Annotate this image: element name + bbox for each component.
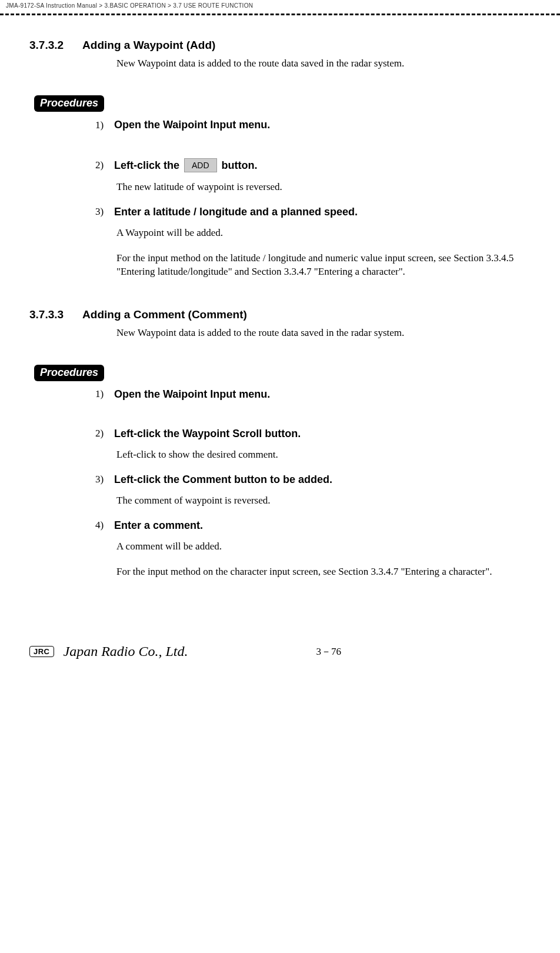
jrc-logo: JRC <box>29 646 54 657</box>
step-text: Open the Waipoint Input menu. <box>114 388 270 401</box>
breadcrumb-sep: > <box>168 2 171 9</box>
step-body: The new latitude of waypoint is reversed… <box>116 181 531 194</box>
breadcrumb-sep: > <box>99 2 102 9</box>
step-number: 1) <box>95 119 114 131</box>
step-text: Enter a latitude / longitude and a plann… <box>114 206 358 218</box>
footer: JRC Japan Radio Co., Ltd. 3－76 <box>0 644 560 671</box>
step-text: Left-click the ADD button. <box>114 158 258 172</box>
breadcrumb-manual: JMA-9172-SA Instruction Manual <box>6 2 97 9</box>
step-row: 2) Left-click the Waypoint Scroll button… <box>95 428 531 440</box>
step-number: 2) <box>95 428 114 439</box>
breadcrumb: JMA-9172-SA Instruction Manual > 3.BASIC… <box>0 0 560 11</box>
step-text: Open the Waipoint Input menu. <box>114 119 270 131</box>
step-row: 1) Open the Waipoint Input menu. <box>95 119 531 131</box>
section-heading: 3.7.3.3 Adding a Comment (Comment) <box>29 308 531 321</box>
step-body: A Waypoint will be added. <box>116 226 531 240</box>
step-body: Left-click to show the desired comment. <box>116 448 531 462</box>
step-text: Left-click the Waypoint Scroll button. <box>114 428 301 440</box>
procedures-label: Procedures <box>34 365 104 381</box>
section-intro: New Waypoint data is added to the route … <box>116 327 531 339</box>
section-heading: 3.7.3.2 Adding a Waypoint (Add) <box>29 39 531 52</box>
step-text-post: button. <box>222 159 258 172</box>
section-title: Adding a Waypoint (Add) <box>82 39 215 52</box>
step-number: 4) <box>95 519 114 531</box>
step-body: The comment of waypoint is reversed. <box>116 494 531 508</box>
step-body: A comment will be added. <box>116 540 531 554</box>
page-number: 3－76 <box>127 645 531 658</box>
section-intro: New Waypoint data is added to the route … <box>116 58 531 69</box>
step-body: For the input method on the character in… <box>116 565 531 579</box>
add-button[interactable]: ADD <box>184 158 217 172</box>
step-row: 2) Left-click the ADD button. <box>95 158 531 172</box>
step-body: For the input method on the latitude / l… <box>116 252 531 279</box>
step-number: 2) <box>95 159 114 171</box>
step-text: Left-click the Comment button to be adde… <box>114 474 332 486</box>
breadcrumb-chapter: 3.BASIC OPERATION <box>105 2 166 9</box>
step-row: 1) Open the Waipoint Input menu. <box>95 388 531 401</box>
section-number: 3.7.3.3 <box>29 308 64 321</box>
divider-dashed <box>0 14 560 15</box>
procedures-label: Procedures <box>34 95 104 112</box>
breadcrumb-section: 3.7 USE ROUTE FUNCTION <box>173 2 253 9</box>
step-row: 3) Enter a latitude / longitude and a pl… <box>95 206 531 218</box>
section-number: 3.7.3.2 <box>29 39 64 52</box>
step-text-pre: Left-click the <box>114 159 179 172</box>
step-text: Enter a comment. <box>114 519 203 532</box>
section-title: Adding a Comment (Comment) <box>82 308 247 321</box>
step-row: 4) Enter a comment. <box>95 519 531 532</box>
step-number: 3) <box>95 474 114 485</box>
step-number: 1) <box>95 388 114 400</box>
step-row: 3) Left-click the Comment button to be a… <box>95 474 531 486</box>
step-number: 3) <box>95 206 114 218</box>
